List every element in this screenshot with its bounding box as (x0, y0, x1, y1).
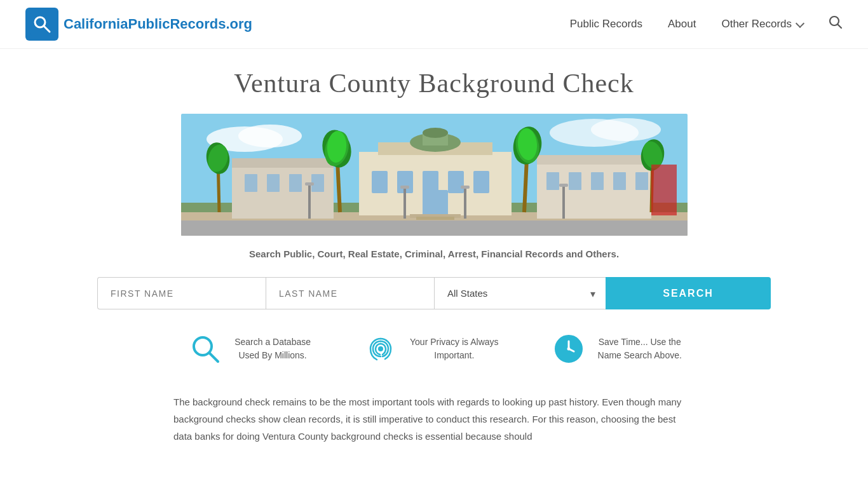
chevron-down-icon (796, 19, 804, 28)
navigation: CaliforniaPublicRecords.org Public Recor… (0, 0, 868, 49)
first-name-input[interactable] (97, 277, 266, 309)
svg-rect-29 (289, 174, 302, 192)
svg-rect-52 (308, 184, 311, 219)
subtitle: Search Public, Court, Real Estate, Crimi… (97, 248, 771, 259)
fingerprint-icon (362, 330, 400, 368)
svg-rect-28 (267, 174, 280, 192)
main-content: Ventura County Background Check (85, 49, 783, 464)
svg-rect-60 (651, 165, 677, 215)
hero-image (181, 114, 688, 236)
clock-icon (550, 330, 588, 368)
nav-search-icon[interactable] (829, 15, 843, 33)
svg-rect-22 (423, 190, 448, 215)
state-select[interactable]: All StatesAlabamaAlaskaArizonaArkansasCa… (434, 277, 606, 309)
svg-rect-21 (473, 171, 489, 193)
svg-point-9 (591, 118, 661, 141)
svg-rect-53 (305, 182, 314, 186)
search-icon (186, 330, 224, 368)
svg-point-69 (567, 348, 570, 351)
svg-rect-32 (537, 155, 651, 165)
nav-about[interactable]: About (668, 18, 696, 30)
svg-rect-37 (635, 172, 648, 190)
body-paragraph: The background check remains to be the m… (161, 393, 707, 445)
feature-privacy-text: Your Privacy is Always Important. (410, 336, 499, 362)
svg-rect-33 (546, 172, 559, 190)
svg-rect-36 (613, 172, 626, 190)
svg-rect-19 (423, 171, 438, 193)
svg-rect-61 (181, 220, 688, 236)
svg-rect-54 (403, 187, 406, 219)
search-bar: All StatesAlabamaAlaskaArizonaArkansasCa… (97, 277, 771, 309)
nav-public-records[interactable]: Public Records (570, 18, 642, 30)
svg-rect-58 (562, 185, 565, 219)
svg-rect-59 (559, 184, 568, 187)
feature-time: Save Time... Use the Name Search Above. (550, 330, 682, 368)
svg-rect-35 (591, 172, 604, 190)
svg-rect-24 (416, 217, 454, 220)
svg-rect-26 (232, 158, 334, 168)
svg-point-16 (423, 128, 448, 138)
svg-rect-27 (245, 174, 257, 192)
feature-time-text: Save Time... Use the Name Search Above. (598, 336, 682, 362)
feature-privacy: Your Privacy is Always Important. (362, 330, 499, 368)
svg-rect-34 (569, 172, 581, 190)
svg-line-63 (210, 353, 218, 362)
logo-icon (25, 8, 58, 41)
svg-point-7 (238, 125, 302, 147)
feature-database-text: Search a Database Used By Millions. (234, 336, 311, 362)
svg-rect-20 (448, 171, 464, 193)
state-select-wrapper: All StatesAlabamaAlaskaArizonaArkansasCa… (434, 277, 606, 309)
page-title: Ventura County Background Check (97, 68, 771, 98)
logo[interactable]: CaliforniaPublicRecords.org (25, 8, 252, 41)
svg-line-4 (838, 25, 842, 29)
features-row: Search a Database Used By Millions. Your… (97, 330, 771, 368)
svg-rect-55 (400, 186, 409, 189)
svg-rect-17 (372, 171, 388, 193)
search-button[interactable]: SEARCH (606, 277, 771, 309)
last-name-input[interactable] (266, 277, 434, 309)
feature-database: Search a Database Used By Millions. (186, 330, 311, 368)
nav-other-records[interactable]: Other Records (721, 18, 803, 30)
svg-rect-56 (464, 187, 466, 219)
svg-point-64 (378, 346, 383, 351)
svg-rect-57 (461, 186, 470, 189)
nav-links: Public Records About Other Records (570, 15, 843, 33)
logo-text: CaliforniaPublicRecords.org (64, 16, 252, 32)
